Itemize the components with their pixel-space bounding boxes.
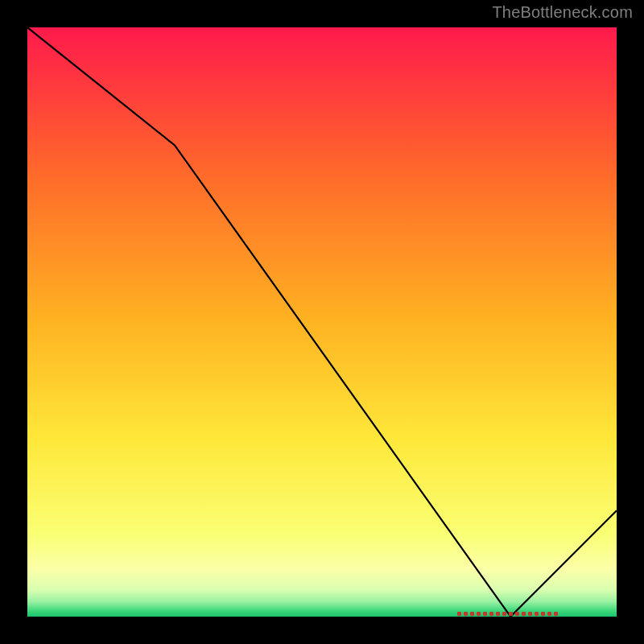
gradient-background-svg [27, 27, 617, 617]
minimum-marker-strip [457, 612, 557, 617]
plot-area [27, 27, 617, 617]
gradient-rect [27, 27, 617, 617]
watermark: TheBottleneck.com [492, 3, 633, 22]
chart-frame: TheBottleneck.com [0, 0, 644, 644]
